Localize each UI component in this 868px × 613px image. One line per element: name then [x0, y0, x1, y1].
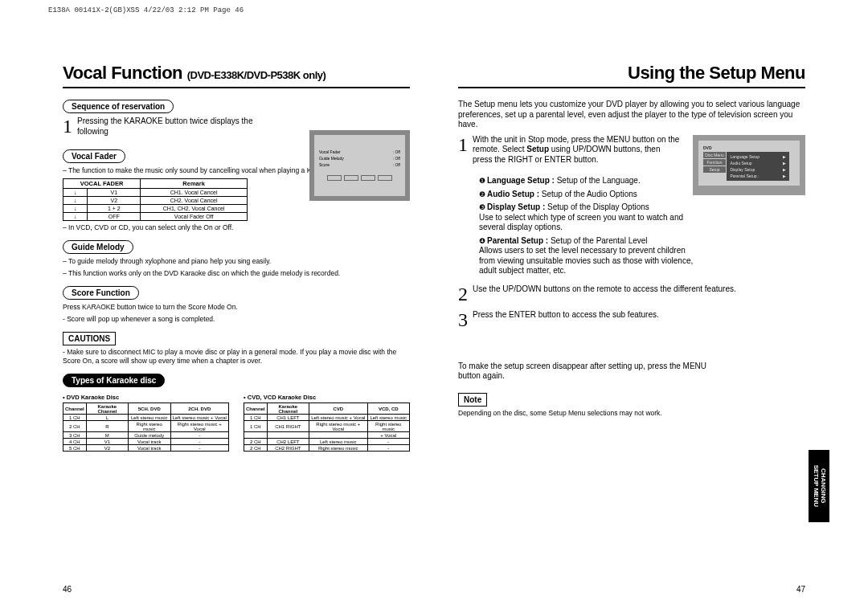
c: CH1, CH2. Vocal Cancel — [141, 205, 248, 213]
c: - — [170, 445, 228, 452]
step-1-text: Pressing the KARAOKE button twice displa… — [77, 116, 262, 137]
gm-d1: – To guide melody through xylophone and … — [63, 257, 410, 266]
c: 1 CH — [244, 421, 268, 432]
page-num-right: 47 — [796, 585, 805, 594]
r-step-3: 3 — [458, 310, 468, 329]
c: - — [170, 432, 228, 439]
t2-cap: • CVD, VCD Karaoke Disc — [244, 394, 410, 401]
right-page: Using the Setup Menu The Setup menu lets… — [458, 63, 805, 589]
c: 3 CH — [63, 432, 87, 439]
h: 5CH. DVD — [128, 403, 170, 415]
note-text: Depending on the disc, some Setup Menu s… — [458, 409, 805, 418]
score-section: Score Function Press KARAOKE button twic… — [63, 286, 410, 324]
osd-l2: Guide Melody — [319, 156, 344, 161]
setup-intro: The Setup menu lets you customize your D… — [458, 100, 805, 130]
c: Right stereo music — [128, 421, 170, 432]
b: Audio Setup : — [487, 190, 539, 198]
sf-d2: - Score will pop up whenever a song is c… — [63, 315, 410, 324]
tv-main: Language Setup▶ Audio Setup▶ Display Set… — [727, 152, 789, 181]
sf-label: Score Function — [63, 286, 139, 300]
t: Setup of the Display Options — [545, 202, 649, 211]
osd-mockup: Vocal Fader: Off Guide Melody: Off Score… — [309, 130, 410, 201]
h: Karaoke Channel — [86, 403, 128, 415]
dvd-karaoke-block: • DVD Karaoke Disc ChannelKaraoke Channe… — [63, 394, 229, 452]
tv-mockup: DVD Disc Menu Function Setup Language Se… — [693, 135, 805, 195]
osd-btn — [378, 175, 392, 181]
h: Channel — [244, 403, 268, 415]
cautions-label: CAUTIONS — [63, 332, 116, 345]
c: R — [86, 421, 128, 432]
arrow-icon: ▶ — [783, 174, 786, 178]
r-step-2-text: Use the UP/DOWN buttons on the remote to… — [473, 284, 736, 295]
c: 1 CH — [63, 415, 87, 421]
arrow-icon: ▶ — [783, 161, 786, 166]
vf-th2: Remark — [141, 179, 248, 189]
h: 2CH. DVD — [170, 403, 228, 415]
c: ↓ — [63, 205, 88, 213]
c: 2 CH — [63, 421, 87, 432]
sequence-label: Sequence of reservation — [63, 100, 174, 113]
vf-note: – In VCD, CVD or CD, you can select only… — [63, 223, 410, 232]
c: - — [367, 439, 409, 445]
arrow-icon: ▶ — [783, 167, 786, 172]
c: Right stereo music — [309, 445, 367, 452]
gm-d2: – This function works only on the DVD Ka… — [63, 269, 410, 278]
footer-text: To make the setup screen disappear after… — [458, 362, 707, 382]
c: CH1 LEFT — [267, 415, 309, 421]
c: 2 CH — [244, 445, 268, 452]
page-spread: Vocal Function (DVD-E338K/DVD-P538K only… — [63, 63, 805, 589]
c: Vocal track — [128, 439, 170, 445]
c: CH2 LEFT — [267, 439, 309, 445]
left-title: Vocal Function (DVD-E338K/DVD-P538K only… — [63, 63, 326, 83]
c: CH2. Vocal Cancel — [141, 197, 248, 205]
c: V2 — [88, 197, 141, 205]
print-header: E138A 00141X-2(GB)XSS 4/22/03 2:12 PM Pa… — [48, 6, 244, 14]
r-step-1-text: With the unit in Stop mode, press the ME… — [473, 135, 682, 166]
bullet-icon: ❷ — [479, 190, 485, 199]
tv-title: DVD — [703, 145, 795, 150]
types-label: Types of Karaoke disc — [63, 374, 165, 387]
off: : Off — [393, 149, 400, 154]
c: CH2 RIGHT — [267, 445, 309, 452]
tv-s2: Function — [703, 159, 726, 166]
c: Left stereo music — [309, 439, 367, 445]
types-section: Types of Karaoke disc • DVD Karaoke Disc… — [63, 374, 410, 452]
left-page: Vocal Function (DVD-E338K/DVD-P538K only… — [63, 63, 410, 589]
tv-m4: Parental Setup : — [730, 174, 759, 178]
sf-d1: Press KARAOKE button twice to turn the S… — [63, 303, 410, 312]
bullet-icon: ❹ — [479, 237, 485, 246]
item-display: ❸Display Setup : Setup of the Display Op… — [479, 202, 696, 233]
off: : Off — [393, 162, 400, 167]
gm-label: Guide Melody — [63, 240, 133, 254]
c — [267, 432, 309, 439]
c: Right stereo music + Vocal — [309, 421, 367, 432]
tv-m1: Language Setup — [730, 154, 760, 159]
tv-s1: Disc Menu — [703, 152, 726, 158]
t: Setup — [526, 145, 549, 153]
r-step-1: 1 — [458, 135, 468, 154]
c: V2 — [86, 445, 128, 452]
tab-text: CHANGINGSETUP MENU — [812, 465, 826, 507]
dvd-karaoke-table: ChannelKaraoke Channel5CH. DVD2CH. DVD 1… — [63, 403, 229, 452]
c: L — [86, 415, 128, 421]
c: M — [86, 432, 128, 439]
item-audio: ❷Audio Setup : Setup of the Audio Option… — [479, 190, 696, 200]
bullet-icon: ❶ — [479, 177, 485, 186]
section-tab: CHANGINGSETUP MENU — [809, 450, 829, 522]
b: Language Setup : — [487, 176, 555, 185]
c: OFF — [88, 213, 141, 221]
vocal-fader-label: Vocal Fader — [63, 149, 125, 163]
b: Display Setup : — [487, 202, 545, 211]
osd-btn — [361, 175, 375, 181]
left-title-sub: DVD-E338K/DVD-P538K only) — [190, 69, 326, 81]
left-title-row: Vocal Function (DVD-E338K/DVD-P538K only… — [63, 63, 410, 88]
c: Left stereo music — [128, 415, 170, 421]
bullet-icon: ❸ — [479, 203, 485, 212]
right-title: Using the Setup Menu — [628, 63, 805, 83]
r-step-3-text: Press the ENTER button to access the sub… — [473, 310, 659, 321]
h: Channel — [63, 403, 87, 415]
left-title-main: Vocal Function — [63, 63, 182, 83]
t: Setup of the Audio Options — [539, 190, 637, 198]
t: Setup of the Language. — [555, 176, 641, 185]
t: Setup of the Parental Level — [548, 236, 647, 245]
